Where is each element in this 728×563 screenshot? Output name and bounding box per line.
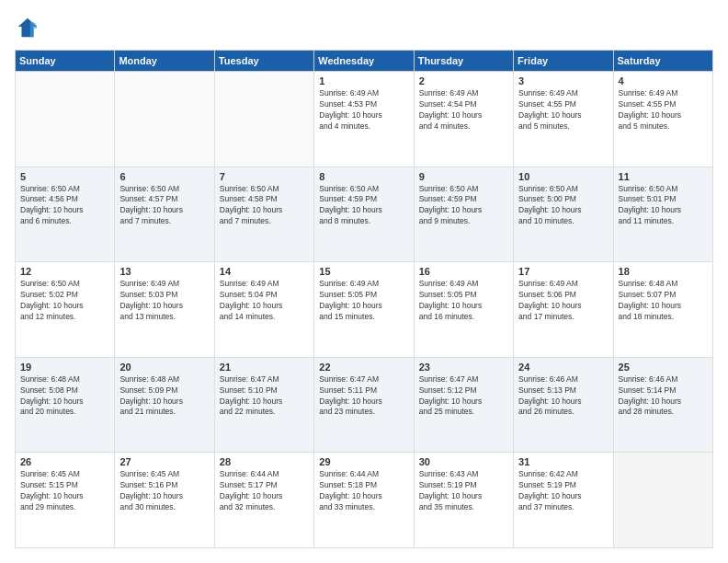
day-number: 27	[119, 456, 209, 467]
day-info: Sunrise: 6:49 AM Sunset: 4:55 PM Dayligh…	[518, 88, 608, 132]
day-number: 8	[319, 171, 408, 182]
day-cell: 29Sunrise: 6:44 AM Sunset: 5:18 PM Dayli…	[314, 453, 414, 548]
day-cell: 14Sunrise: 6:49 AM Sunset: 5:04 PM Dayli…	[214, 262, 313, 358]
day-number: 25	[619, 362, 708, 373]
day-number: 3	[518, 75, 608, 86]
day-cell	[16, 72, 115, 167]
day-cell: 24Sunrise: 6:46 AM Sunset: 5:13 PM Dayli…	[514, 357, 613, 453]
day-info: Sunrise: 6:44 AM Sunset: 5:17 PM Dayligh…	[220, 469, 309, 513]
day-cell: 2Sunrise: 6:49 AM Sunset: 4:54 PM Daylig…	[414, 72, 513, 167]
day-number: 10	[518, 171, 608, 182]
day-cell: 5Sunrise: 6:50 AM Sunset: 4:56 PM Daylig…	[16, 167, 115, 262]
weekday-monday: Monday	[115, 51, 214, 72]
logo	[15, 15, 44, 40]
day-cell	[214, 72, 313, 167]
day-number: 28	[220, 456, 309, 467]
day-cell: 22Sunrise: 6:47 AM Sunset: 5:11 PM Dayli…	[314, 357, 414, 453]
day-number: 7	[220, 171, 309, 182]
day-cell: 19Sunrise: 6:48 AM Sunset: 5:08 PM Dayli…	[16, 357, 115, 453]
day-number: 4	[619, 75, 708, 86]
day-info: Sunrise: 6:49 AM Sunset: 5:03 PM Dayligh…	[119, 279, 209, 323]
weekday-thursday: Thursday	[414, 51, 513, 72]
weekday-header-row: SundayMondayTuesdayWednesdayThursdayFrid…	[16, 51, 713, 72]
weekday-saturday: Saturday	[613, 51, 712, 72]
weekday-sunday: Sunday	[16, 51, 115, 72]
week-row-2: 5Sunrise: 6:50 AM Sunset: 4:56 PM Daylig…	[16, 167, 713, 262]
day-number: 26	[20, 456, 109, 467]
day-number: 9	[419, 171, 508, 182]
day-number: 23	[419, 362, 508, 373]
day-cell: 30Sunrise: 6:43 AM Sunset: 5:19 PM Dayli…	[414, 453, 513, 548]
day-number: 20	[119, 362, 209, 373]
day-cell: 21Sunrise: 6:47 AM Sunset: 5:10 PM Dayli…	[214, 357, 313, 453]
day-cell: 7Sunrise: 6:50 AM Sunset: 4:58 PM Daylig…	[214, 167, 313, 262]
day-info: Sunrise: 6:47 AM Sunset: 5:10 PM Dayligh…	[220, 374, 309, 419]
day-info: Sunrise: 6:48 AM Sunset: 5:09 PM Dayligh…	[119, 374, 209, 419]
day-info: Sunrise: 6:47 AM Sunset: 5:12 PM Dayligh…	[419, 374, 508, 419]
day-cell: 8Sunrise: 6:50 AM Sunset: 4:59 PM Daylig…	[314, 167, 414, 262]
header	[15, 15, 713, 40]
day-info: Sunrise: 6:49 AM Sunset: 4:55 PM Dayligh…	[619, 88, 708, 132]
day-number: 1	[319, 75, 408, 86]
day-info: Sunrise: 6:46 AM Sunset: 5:13 PM Dayligh…	[518, 374, 608, 419]
day-number: 31	[518, 456, 608, 467]
day-number: 18	[619, 266, 708, 277]
day-number: 17	[518, 266, 608, 277]
day-info: Sunrise: 6:50 AM Sunset: 4:56 PM Dayligh…	[20, 184, 109, 228]
day-number: 5	[20, 171, 109, 182]
day-number: 21	[220, 362, 309, 373]
day-cell: 4Sunrise: 6:49 AM Sunset: 4:55 PM Daylig…	[613, 72, 712, 167]
day-number: 2	[419, 75, 508, 86]
day-number: 11	[619, 171, 708, 182]
weekday-tuesday: Tuesday	[214, 51, 313, 72]
day-cell: 31Sunrise: 6:42 AM Sunset: 5:19 PM Dayli…	[514, 453, 613, 548]
day-number: 29	[319, 456, 408, 467]
day-cell: 17Sunrise: 6:49 AM Sunset: 5:06 PM Dayli…	[514, 262, 613, 358]
day-cell: 1Sunrise: 6:49 AM Sunset: 4:53 PM Daylig…	[314, 72, 414, 167]
day-cell: 26Sunrise: 6:45 AM Sunset: 5:15 PM Dayli…	[16, 453, 115, 548]
day-info: Sunrise: 6:47 AM Sunset: 5:11 PM Dayligh…	[319, 374, 408, 419]
day-info: Sunrise: 6:48 AM Sunset: 5:07 PM Dayligh…	[619, 279, 708, 323]
week-row-3: 12Sunrise: 6:50 AM Sunset: 5:02 PM Dayli…	[16, 262, 713, 358]
weekday-wednesday: Wednesday	[314, 51, 414, 72]
day-number: 14	[220, 266, 309, 277]
day-info: Sunrise: 6:46 AM Sunset: 5:14 PM Dayligh…	[619, 374, 708, 419]
day-info: Sunrise: 6:50 AM Sunset: 4:58 PM Dayligh…	[220, 184, 309, 228]
day-cell: 3Sunrise: 6:49 AM Sunset: 4:55 PM Daylig…	[514, 72, 613, 167]
day-cell: 23Sunrise: 6:47 AM Sunset: 5:12 PM Dayli…	[414, 357, 513, 453]
day-cell: 9Sunrise: 6:50 AM Sunset: 4:59 PM Daylig…	[414, 167, 513, 262]
day-info: Sunrise: 6:50 AM Sunset: 5:00 PM Dayligh…	[518, 184, 608, 228]
day-number: 16	[419, 266, 508, 277]
day-info: Sunrise: 6:42 AM Sunset: 5:19 PM Dayligh…	[518, 469, 608, 513]
day-info: Sunrise: 6:49 AM Sunset: 5:05 PM Dayligh…	[419, 279, 508, 323]
day-info: Sunrise: 6:43 AM Sunset: 5:19 PM Dayligh…	[419, 469, 508, 513]
day-cell: 25Sunrise: 6:46 AM Sunset: 5:14 PM Dayli…	[613, 357, 712, 453]
day-cell: 13Sunrise: 6:49 AM Sunset: 5:03 PM Dayli…	[115, 262, 214, 358]
day-info: Sunrise: 6:48 AM Sunset: 5:08 PM Dayligh…	[20, 374, 109, 419]
day-info: Sunrise: 6:50 AM Sunset: 4:59 PM Dayligh…	[319, 184, 408, 228]
day-info: Sunrise: 6:50 AM Sunset: 4:59 PM Dayligh…	[419, 184, 508, 228]
day-cell: 15Sunrise: 6:49 AM Sunset: 5:05 PM Dayli…	[314, 262, 414, 358]
day-cell: 16Sunrise: 6:49 AM Sunset: 5:05 PM Dayli…	[414, 262, 513, 358]
week-row-1: 1Sunrise: 6:49 AM Sunset: 4:53 PM Daylig…	[16, 72, 713, 167]
day-number: 30	[419, 456, 508, 467]
day-cell: 18Sunrise: 6:48 AM Sunset: 5:07 PM Dayli…	[613, 262, 712, 358]
day-info: Sunrise: 6:49 AM Sunset: 4:53 PM Dayligh…	[319, 88, 408, 132]
day-cell: 12Sunrise: 6:50 AM Sunset: 5:02 PM Dayli…	[16, 262, 115, 358]
day-cell: 27Sunrise: 6:45 AM Sunset: 5:16 PM Dayli…	[115, 453, 214, 548]
day-cell: 6Sunrise: 6:50 AM Sunset: 4:57 PM Daylig…	[115, 167, 214, 262]
day-number: 24	[518, 362, 608, 373]
day-number: 12	[20, 266, 109, 277]
day-number: 19	[20, 362, 109, 373]
day-number: 15	[319, 266, 408, 277]
day-info: Sunrise: 6:50 AM Sunset: 4:57 PM Dayligh…	[119, 184, 209, 228]
week-row-5: 26Sunrise: 6:45 AM Sunset: 5:15 PM Dayli…	[16, 453, 713, 548]
day-info: Sunrise: 6:49 AM Sunset: 4:54 PM Dayligh…	[419, 88, 508, 132]
day-info: Sunrise: 6:50 AM Sunset: 5:02 PM Dayligh…	[20, 279, 109, 323]
day-info: Sunrise: 6:45 AM Sunset: 5:15 PM Dayligh…	[20, 469, 109, 513]
day-cell	[613, 453, 712, 548]
weekday-friday: Friday	[514, 51, 613, 72]
day-info: Sunrise: 6:49 AM Sunset: 5:05 PM Dayligh…	[319, 279, 408, 323]
day-cell: 28Sunrise: 6:44 AM Sunset: 5:17 PM Dayli…	[214, 453, 313, 548]
day-cell: 10Sunrise: 6:50 AM Sunset: 5:00 PM Dayli…	[514, 167, 613, 262]
